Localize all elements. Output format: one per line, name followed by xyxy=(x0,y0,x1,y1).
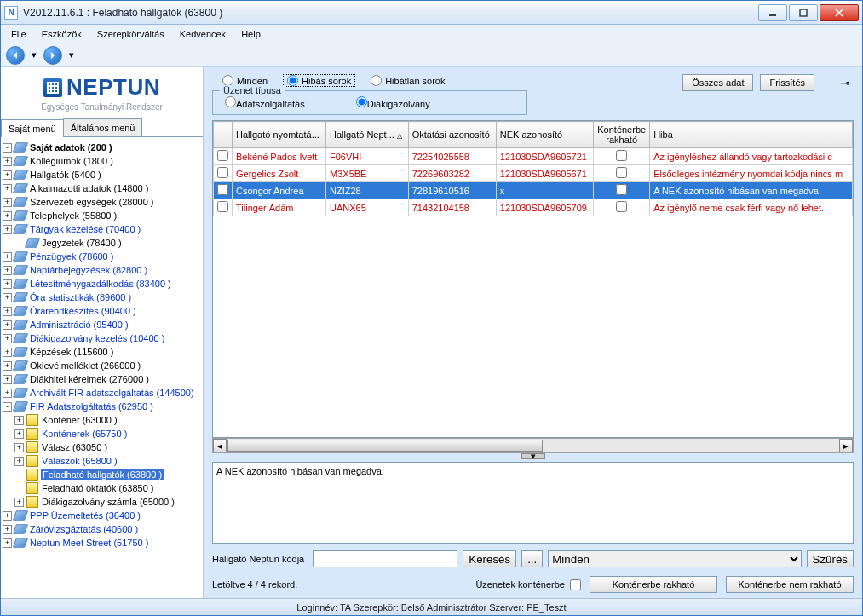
tree-item[interactable]: Feladható oktatók (63850 ) xyxy=(3,481,201,495)
radio-error-rows[interactable]: Hibás sorok xyxy=(283,74,355,87)
search-input[interactable] xyxy=(313,550,457,567)
maximize-button[interactable] xyxy=(789,4,818,21)
logo: NEPTUN Egységes Tanulmányi Rendszer xyxy=(1,67,203,118)
tree-item[interactable]: +Diákigazolvány számla (65000 ) xyxy=(3,495,201,509)
scroll-thumb[interactable] xyxy=(227,440,543,452)
tree-item[interactable]: +Naptárbejegyzések (82800 ) xyxy=(3,263,201,277)
nav-forward-menu[interactable]: ▾ xyxy=(67,46,76,65)
messages-to-container[interactable]: Üzenetek konténerbe xyxy=(475,579,581,590)
tree-item[interactable]: -Saját adatok (200 ) xyxy=(3,141,201,154)
logo-title: NEPTUN xyxy=(66,74,160,101)
to-container-button[interactable]: Konténerbe rakható xyxy=(590,576,717,593)
all-data-button[interactable]: Összes adat xyxy=(682,74,753,91)
table-row[interactable]: Tilinger ÁdámUANX6571432104158121030SDA9… xyxy=(214,199,853,216)
grid-hscroll[interactable]: ◂ ▸ xyxy=(212,438,854,453)
tab-own-menu[interactable]: Saját menü xyxy=(1,119,64,137)
tree-item[interactable]: +Oklevélmelléklet (266000 ) xyxy=(3,359,201,372)
content: NEPTUN Egységes Tanulmányi Rendszer Sajá… xyxy=(1,67,862,598)
filter-panel: Minden Hibás sorok Hibátlan sorok Üzenet… xyxy=(204,67,862,118)
window-buttons xyxy=(758,4,859,21)
tree-item[interactable]: +Kollégiumok (1800 ) xyxy=(3,154,201,168)
minimize-button[interactable] xyxy=(758,4,787,21)
tree-item[interactable]: +Szervezeti egységek (28000 ) xyxy=(3,195,201,209)
tree-item[interactable]: Feladható hallgatók (63800 ) xyxy=(3,468,201,481)
tree-item[interactable]: +Órarendkészítés (90400 ) xyxy=(3,304,201,318)
close-button[interactable] xyxy=(820,4,859,21)
filter-button[interactable]: Szűrés xyxy=(807,550,854,567)
tree-item[interactable]: +Válaszok (65800 ) xyxy=(3,454,201,468)
sidebar-tabs: Saját menü Általános menü xyxy=(1,118,203,137)
left-pane: NEPTUN Egységes Tanulmányi Rendszer Sajá… xyxy=(1,67,204,598)
data-grid[interactable]: Hallgató nyomtatá...Hallgató Nept... △Ok… xyxy=(212,120,854,438)
toolstrip: ▾ ▾ xyxy=(1,43,862,67)
tree-item[interactable]: +Óra statisztikák (89600 ) xyxy=(3,291,201,304)
nav-back-menu[interactable]: ▾ xyxy=(30,46,38,65)
search-more-button[interactable]: ... xyxy=(521,550,543,567)
svg-rect-1 xyxy=(800,9,807,16)
tab-general-menu[interactable]: Általános menü xyxy=(63,118,143,136)
tree-item[interactable]: +Tárgyak kezelése (70400 ) xyxy=(3,222,201,236)
tree-item[interactable]: +Válasz (63050 ) xyxy=(3,440,201,454)
tree-item[interactable]: +Diákigazolvány kezelés (10400 ) xyxy=(3,331,201,345)
tree-item[interactable]: Jegyzetek (78400 ) xyxy=(3,236,201,250)
nav-tree[interactable]: -Saját adatok (200 )+Kollégiumok (1800 )… xyxy=(1,137,203,598)
titlebar: N V2012.11.6.1 : Feladható hallgatók (63… xyxy=(1,1,862,25)
tree-item[interactable]: +Neptun Meet Street (51750 ) xyxy=(3,536,201,550)
logo-subtitle: Egységes Tanulmányi Rendszer xyxy=(41,102,163,112)
tree-item[interactable]: +Hallgatók (5400 ) xyxy=(3,168,201,181)
refresh-button[interactable]: Frissítés xyxy=(760,74,814,91)
tree-item[interactable]: +PPP Üzemeltetés (36400 ) xyxy=(3,509,201,522)
status-text: Loginnév: TA Szerepkör: Belső Adminisztr… xyxy=(296,602,566,613)
app-icon: N xyxy=(4,6,18,20)
tree-item[interactable]: +Konténer (63000 ) xyxy=(3,413,201,427)
radio-data-service[interactable]: Adatszolgáltatás xyxy=(225,96,305,109)
tree-item[interactable]: +Konténerek (65750 ) xyxy=(3,427,201,440)
tree-item[interactable]: +Telephelyek (55800 ) xyxy=(3,209,201,222)
statusbar: Loginnév: TA Szerepkör: Belső Adminisztr… xyxy=(1,598,862,615)
table-row[interactable]: Csongor AndreaNZIZ2872819610516xA NEK az… xyxy=(214,182,853,199)
search-button[interactable]: Keresés xyxy=(463,550,516,567)
svg-rect-0 xyxy=(769,14,776,16)
fieldset-legend: Üzenet típusa xyxy=(220,85,285,95)
nav-forward-button[interactable] xyxy=(43,46,62,65)
logo-icon xyxy=(43,78,62,97)
fieldset-message-type: Üzenet típusa Adatszolgáltatás Diákigazo… xyxy=(212,90,527,115)
tree-item[interactable]: +Záróvizsgáztatás (40600 ) xyxy=(3,522,201,536)
table-row[interactable]: Gergelics ZsoltM3X5BE72269603282121030SD… xyxy=(214,165,853,182)
tree-item[interactable]: +Képzések (115600 ) xyxy=(3,345,201,359)
tree-item[interactable]: -FIR Adatszolgáltatás (62950 ) xyxy=(3,400,201,413)
tree-item[interactable]: +Létesítménygazdálkodás (83400 ) xyxy=(3,277,201,291)
record-count: Letöltve 4 / 4 rekord. xyxy=(212,579,297,590)
tree-item[interactable]: +Diákhitel kérelmek (276000 ) xyxy=(3,372,201,386)
menu-favorites[interactable]: Kedvencek xyxy=(173,26,233,42)
main-window: N V2012.11.6.1 : Feladható hallgatók (63… xyxy=(0,0,863,616)
search-label: Hallgató Neptun kódja xyxy=(212,554,304,564)
search-row: Hallgató Neptun kódja Keresés ... Minden… xyxy=(204,547,862,571)
menu-file[interactable]: File xyxy=(4,26,33,42)
tree-item[interactable]: +Adminisztráció (95400 ) xyxy=(3,318,201,331)
not-to-container-button[interactable]: Konténerbe nem rakható xyxy=(726,576,854,593)
menu-help[interactable]: Help xyxy=(234,26,268,42)
nav-back-button[interactable] xyxy=(6,46,25,65)
detail-text: A NEK azonosító hibásan van megadva. xyxy=(212,462,854,544)
radio-student-card[interactable]: Diákigazolvány xyxy=(356,96,430,109)
right-pane: Minden Hibás sorok Hibátlan sorok Üzenet… xyxy=(204,67,862,598)
table-row[interactable]: Bekéné Pados IvettF06VHI7225402555812103… xyxy=(214,148,853,165)
pin-button[interactable]: ⊸ xyxy=(838,76,852,89)
scroll-left-button[interactable]: ◂ xyxy=(213,439,227,452)
menu-rolechange[interactable]: Szerepkörváltás xyxy=(90,26,171,42)
menu-tools[interactable]: Eszközök xyxy=(35,26,89,42)
bottom-row: Letöltve 4 / 4 rekord. Üzenetek konténer… xyxy=(204,571,862,598)
tree-item[interactable]: +Archivált FIR adatszolgáltatás (144500) xyxy=(3,386,201,400)
tree-item[interactable]: +Pénzügyek (78600 ) xyxy=(3,250,201,263)
menubar: File Eszközök Szerepkörváltás Kedvencek … xyxy=(1,25,862,43)
window-title: V2012.11.6.1 : Feladható hallgatók (6380… xyxy=(23,7,758,19)
radio-ok-rows[interactable]: Hibátlan sorok xyxy=(371,75,445,86)
tree-item[interactable]: +Alkalmazotti adatok (14800 ) xyxy=(3,181,201,195)
splitter[interactable]: ▾ xyxy=(212,453,854,462)
filter-select[interactable]: Minden xyxy=(548,550,801,567)
scroll-right-button[interactable]: ▸ xyxy=(839,439,853,452)
